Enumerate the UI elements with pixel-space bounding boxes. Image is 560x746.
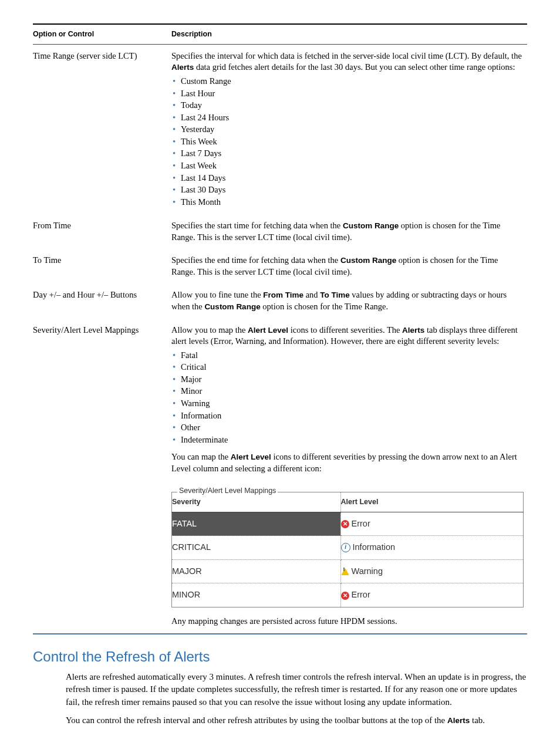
header-option: Option or Control bbox=[33, 25, 171, 44]
table-row: From Time Specifies the start time for f… bbox=[33, 214, 527, 249]
severity-cell[interactable]: FATAL bbox=[172, 512, 341, 536]
option-description: Specifies the interval for which data is… bbox=[171, 44, 527, 214]
option-description: Specifies the end time for fetching data… bbox=[171, 249, 527, 283]
table-row: CRITICAL Information bbox=[172, 536, 524, 560]
list-item: Yesterday bbox=[171, 124, 524, 136]
list-item: Other bbox=[171, 422, 524, 434]
list-item: Minor bbox=[171, 386, 524, 397]
list-item: Last 14 Days bbox=[171, 173, 524, 184]
table-row: Day +/– and Hour +/– Buttons Allow you t… bbox=[33, 283, 527, 318]
list-item: Last 7 Days bbox=[171, 148, 524, 160]
information-icon bbox=[341, 543, 350, 552]
severity-cell[interactable]: CRITICAL bbox=[172, 536, 341, 560]
header-description: Description bbox=[171, 25, 527, 44]
severity-cell[interactable]: MAJOR bbox=[172, 559, 341, 583]
severity-col-header[interactable]: Severity bbox=[172, 492, 341, 512]
table-row: MAJOR Warning bbox=[172, 559, 524, 583]
severity-cell[interactable]: MINOR bbox=[172, 583, 341, 607]
options-table: Option or Control Description Time Range… bbox=[33, 25, 527, 633]
option-description: Allow you to fine tune the From Time and… bbox=[171, 283, 527, 318]
error-icon bbox=[341, 520, 349, 528]
list-item: Last 24 Hours bbox=[171, 112, 524, 124]
list-item: Critical bbox=[171, 362, 524, 373]
time-range-list: Custom Range Last Hour Today Last 24 Hou… bbox=[171, 76, 524, 208]
list-item: Custom Range bbox=[171, 76, 524, 87]
table-row: To Time Specifies the end time for fetch… bbox=[33, 249, 527, 283]
alert-level-cell[interactable]: Warning bbox=[340, 559, 523, 583]
table-row: MINOR Error bbox=[172, 583, 524, 607]
list-item: Last Week bbox=[171, 160, 524, 172]
body-paragraph: You can control the refresh interval and… bbox=[66, 714, 527, 727]
list-item: Information bbox=[171, 410, 524, 422]
alert-level-cell[interactable]: Error bbox=[340, 512, 523, 536]
list-item: Warning bbox=[171, 398, 524, 410]
alert-level-col-header[interactable]: Alert Level bbox=[340, 492, 523, 512]
option-label: Time Range (server side LCT) bbox=[33, 44, 171, 214]
list-item: Major bbox=[171, 374, 524, 386]
table-row: FATAL Error bbox=[172, 512, 524, 536]
list-item: Last Hour bbox=[171, 88, 524, 100]
error-icon bbox=[341, 592, 349, 600]
option-label: From Time bbox=[33, 214, 171, 249]
alert-level-cell[interactable]: Error bbox=[340, 583, 523, 607]
list-item: Indeterminate bbox=[171, 434, 524, 446]
option-description: Specifies the start time for fetching da… bbox=[171, 214, 527, 249]
warning-icon bbox=[341, 568, 349, 575]
severity-levels-list: Fatal Critical Major Minor Warning Infor… bbox=[171, 350, 524, 446]
section-heading: Control the Refresh of Alerts bbox=[33, 647, 527, 666]
body-paragraph: Alerts are refreshed automatically every… bbox=[66, 671, 527, 708]
table-row: Time Range (server side LCT) Specifies t… bbox=[33, 44, 527, 214]
option-description: Allow you to map the Alert Level icons t… bbox=[171, 319, 527, 633]
option-label: Day +/– and Hour +/– Buttons bbox=[33, 283, 171, 318]
severity-note: Any mapping changes are persisted across… bbox=[171, 616, 524, 627]
option-label: Severity/Alert Level Mappings bbox=[33, 319, 171, 633]
alert-level-cell[interactable]: Information bbox=[340, 536, 523, 560]
option-label: To Time bbox=[33, 249, 171, 283]
list-item: This Month bbox=[171, 197, 524, 208]
severity-mapping-panel: Severity/Alert Level Mappings Severity A… bbox=[171, 480, 524, 607]
list-item: This Week bbox=[171, 136, 524, 148]
severity-mapping-table: Severity Alert Level FATAL Error CRITICA… bbox=[171, 492, 524, 607]
list-item: Fatal bbox=[171, 350, 524, 362]
table-row: Severity/Alert Level Mappings Allow you … bbox=[33, 319, 527, 633]
list-item: Last 30 Days bbox=[171, 184, 524, 196]
severity-mapping-legend: Severity/Alert Level Mappings bbox=[177, 487, 278, 495]
list-item: Today bbox=[171, 100, 524, 112]
